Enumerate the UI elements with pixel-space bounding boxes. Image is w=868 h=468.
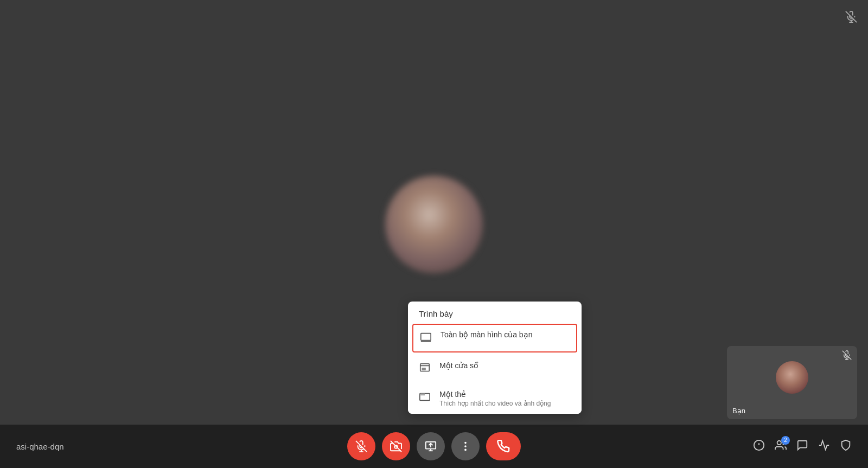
- window-text: Một cửa sổ: [439, 361, 478, 370]
- svg-rect-10: [422, 368, 426, 370]
- toolbar-right: 2: [753, 439, 852, 454]
- info-button[interactable]: [753, 439, 765, 454]
- toolbar-center: [347, 432, 521, 460]
- window-label: Một cửa sổ: [439, 361, 478, 370]
- toolbar: asi-qhae-dqn: [0, 425, 868, 468]
- tab-sublabel: Thích hợp nhất cho video và ảnh động: [439, 400, 551, 407]
- svg-rect-6: [421, 334, 431, 341]
- chat-button[interactable]: [796, 439, 808, 454]
- security-button[interactable]: [840, 439, 852, 454]
- self-avatar: [776, 361, 808, 394]
- people-button[interactable]: 2: [775, 439, 787, 454]
- fullscreen-label: Toàn bộ màn hình của bạn: [441, 330, 532, 339]
- end-call-button[interactable]: [486, 432, 521, 460]
- self-mute-icon: [842, 350, 852, 362]
- tab-icon: [419, 391, 431, 406]
- menu-item-fullscreen[interactable]: Toàn bộ màn hình của bạn: [412, 324, 577, 352]
- menu-item-window[interactable]: Một cửa sổ: [408, 355, 582, 383]
- svg-point-27: [777, 440, 781, 444]
- remote-participant-avatar: [385, 176, 483, 273]
- toolbar-left: asi-qhae-dqn: [16, 442, 64, 451]
- svg-point-21: [464, 442, 467, 444]
- dropdown-title: Trình bày: [408, 302, 582, 324]
- self-video-thumbnail: Bạn: [727, 346, 857, 419]
- tab-text: Một thẻ Thích hợp nhất cho video và ảnh …: [439, 390, 551, 407]
- main-video-area: Bạn Trình bày Toàn bộ màn hình của bạn: [0, 0, 868, 468]
- tab-label: Một thẻ: [439, 390, 551, 399]
- self-video-label: Bạn: [732, 407, 745, 415]
- window-icon: [419, 362, 431, 377]
- mute-button[interactable]: [347, 432, 375, 460]
- people-badge: 2: [781, 436, 790, 445]
- meeting-code: asi-qhae-dqn: [16, 442, 64, 451]
- fullscreen-icon: [420, 331, 432, 346]
- activities-button[interactable]: [818, 439, 830, 454]
- more-button[interactable]: [451, 432, 480, 460]
- present-button[interactable]: [417, 432, 445, 460]
- present-dropdown: Trình bày Toàn bộ màn hình của bạn: [408, 302, 582, 414]
- svg-point-23: [464, 449, 467, 451]
- camera-button[interactable]: [382, 432, 410, 460]
- svg-line-15: [391, 441, 401, 452]
- remote-mute-icon: [845, 11, 857, 26]
- menu-item-tab[interactable]: Một thẻ Thích hợp nhất cho video và ảnh …: [408, 383, 582, 414]
- svg-point-22: [464, 445, 467, 447]
- fullscreen-text: Toàn bộ màn hình của bạn: [441, 330, 532, 339]
